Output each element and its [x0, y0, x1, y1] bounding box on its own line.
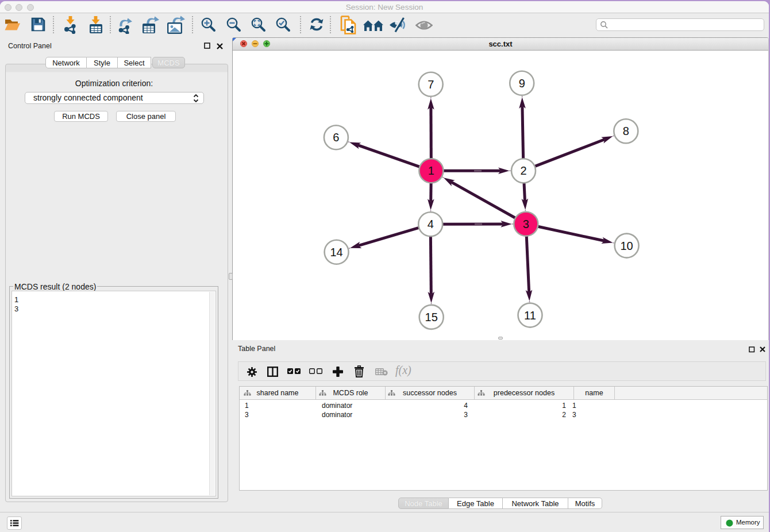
svg-text:7: 7: [428, 78, 434, 91]
svg-text:15: 15: [425, 311, 438, 323]
svg-text:11: 11: [524, 309, 536, 322]
svg-text:10: 10: [620, 240, 633, 252]
svg-text:3: 3: [523, 218, 529, 230]
svg-text:8: 8: [623, 125, 629, 137]
svg-text:6: 6: [333, 131, 339, 144]
svg-text:4: 4: [428, 218, 434, 230]
svg-text:14: 14: [330, 246, 342, 259]
svg-text:2: 2: [520, 164, 526, 177]
svg-text:1: 1: [428, 164, 434, 177]
svg-text:9: 9: [519, 77, 525, 90]
